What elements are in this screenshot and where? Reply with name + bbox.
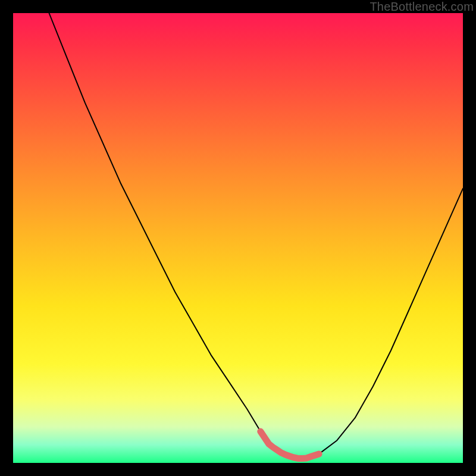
bottleneck-curve-path <box>49 13 464 458</box>
chart-frame: TheBottleneck.com <box>0 0 476 476</box>
bottleneck-curve <box>49 13 464 458</box>
curve-svg <box>0 0 476 476</box>
optimal-range-marker <box>261 431 319 458</box>
optimal-range-path <box>261 431 319 458</box>
